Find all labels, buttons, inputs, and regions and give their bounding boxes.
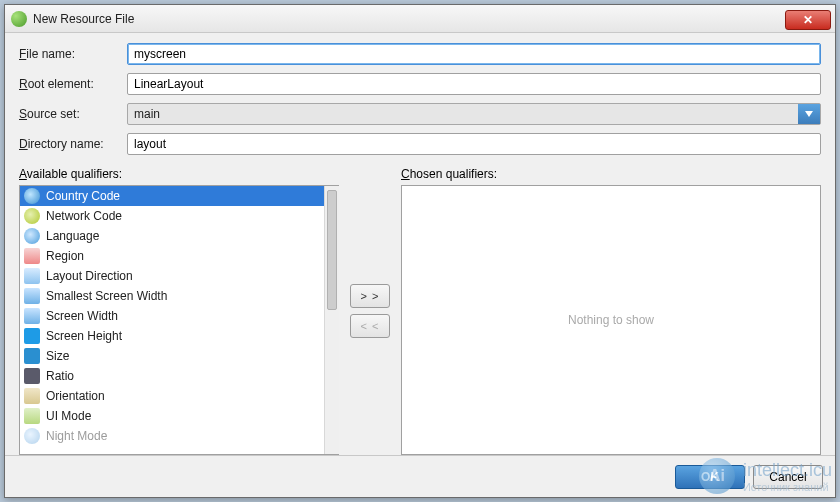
file-name-input[interactable] <box>127 43 821 65</box>
app-icon <box>11 11 27 27</box>
list-item-label: Network Code <box>46 209 122 223</box>
dialog-content: File name: Root element: Source set: mai… <box>5 33 835 455</box>
list-item[interactable]: UI Mode <box>20 406 324 426</box>
source-set-value: main <box>128 104 798 124</box>
list-item-label: Size <box>46 349 69 363</box>
close-icon: ✕ <box>803 13 813 27</box>
chosen-qualifiers-label: Chosen qualifiers: <box>401 167 821 181</box>
list-item[interactable]: Region <box>20 246 324 266</box>
row-file-name: File name: <box>19 43 821 65</box>
globe-icon <box>24 208 40 224</box>
available-qualifiers-label: Available qualifiers: <box>19 167 339 181</box>
list-item-label: Region <box>46 249 84 263</box>
globe-icon <box>24 188 40 204</box>
dialog-window: New Resource File ✕ File name: Root elem… <box>4 4 836 498</box>
row-source-set: Source set: main <box>19 103 821 125</box>
list-item-label: Screen Height <box>46 329 122 343</box>
flag-icon <box>24 248 40 264</box>
list-item[interactable]: Smallest Screen Width <box>20 286 324 306</box>
width-icon <box>24 308 40 324</box>
ok-button[interactable]: OK <box>675 465 745 489</box>
source-set-combo[interactable]: main <box>127 103 821 125</box>
list-item[interactable]: Orientation <box>20 386 324 406</box>
file-name-label: File name: <box>19 47 127 61</box>
list-item[interactable]: Network Code <box>20 206 324 226</box>
layout-icon <box>24 268 40 284</box>
empty-placeholder: Nothing to show <box>568 313 654 327</box>
list-item[interactable]: Language <box>20 226 324 246</box>
orientation-icon <box>24 388 40 404</box>
root-element-label: Root element: <box>19 77 127 91</box>
globe-icon <box>24 228 40 244</box>
list-item-label: Screen Width <box>46 309 118 323</box>
list-item[interactable]: Size <box>20 346 324 366</box>
qualifiers-area: Available qualifiers: Country Code Netwo… <box>19 167 821 455</box>
add-qualifier-button[interactable]: > > <box>350 284 390 308</box>
list-item-label: Language <box>46 229 99 243</box>
directory-name-input[interactable] <box>127 133 821 155</box>
close-button[interactable]: ✕ <box>785 10 831 30</box>
available-qualifiers-list[interactable]: Country Code Network Code Language <box>19 185 339 455</box>
scrollbar-thumb[interactable] <box>327 190 337 310</box>
chevron-down-icon <box>798 104 820 124</box>
list-item-label: Country Code <box>46 189 120 203</box>
dialog-footer: OK Cancel <box>5 455 835 497</box>
window-title: New Resource File <box>33 12 785 26</box>
row-directory-name: Directory name: <box>19 133 821 155</box>
list-item[interactable]: Screen Height <box>20 326 324 346</box>
ui-mode-icon <box>24 408 40 424</box>
titlebar: New Resource File ✕ <box>5 5 835 33</box>
size-icon <box>24 348 40 364</box>
ratio-icon <box>24 368 40 384</box>
scrollbar-vertical[interactable] <box>324 186 339 454</box>
chosen-column: Chosen qualifiers: Nothing to show <box>401 167 821 455</box>
list-item[interactable]: Night Mode <box>20 426 324 446</box>
list-item[interactable]: Ratio <box>20 366 324 386</box>
chosen-qualifiers-list[interactable]: Nothing to show <box>401 185 821 455</box>
move-buttons-column: > > < < <box>339 167 401 455</box>
width-icon <box>24 288 40 304</box>
list-item-label: Night Mode <box>46 429 107 443</box>
remove-qualifier-button[interactable]: < < <box>350 314 390 338</box>
list-item-label: Smallest Screen Width <box>46 289 167 303</box>
row-root-element: Root element: <box>19 73 821 95</box>
list-item[interactable]: Screen Width <box>20 306 324 326</box>
available-column: Available qualifiers: Country Code Netwo… <box>19 167 339 455</box>
list-item-label: Layout Direction <box>46 269 133 283</box>
source-set-label: Source set: <box>19 107 127 121</box>
list-item[interactable]: Layout Direction <box>20 266 324 286</box>
root-element-input[interactable] <box>127 73 821 95</box>
cancel-button[interactable]: Cancel <box>753 465 823 489</box>
height-icon <box>24 328 40 344</box>
list-item-label: Orientation <box>46 389 105 403</box>
list-item[interactable]: Country Code <box>20 186 324 206</box>
directory-name-label: Directory name: <box>19 137 127 151</box>
list-item-label: Ratio <box>46 369 74 383</box>
list-item-label: UI Mode <box>46 409 91 423</box>
night-icon <box>24 428 40 444</box>
